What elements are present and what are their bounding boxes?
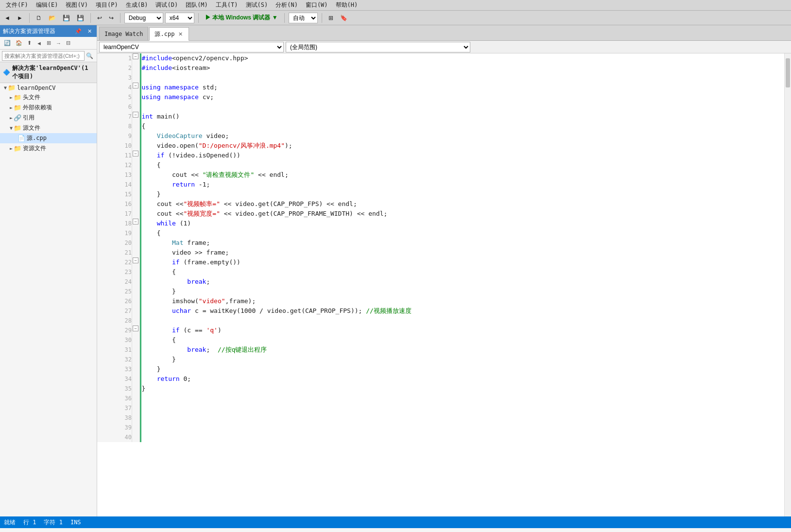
toolbar-extra-btn[interactable]: ⊞ [326, 13, 336, 23]
table-row: 20 Mat frame; [97, 238, 784, 248]
tree-arrow-resources[interactable]: ► [10, 146, 13, 151]
code-cell: while (1) [141, 219, 784, 228]
toolbar-back-btn[interactable]: ◄ [2, 13, 13, 23]
menu-test[interactable]: 测试(S) [242, 0, 272, 10]
table-row: 12 { [97, 160, 784, 170]
menu-build[interactable]: 生成(B) [122, 0, 152, 10]
toolbar-sep2 [90, 13, 91, 23]
table-row: 10 video.open("D:/opencv/风筝冲浪.mp4"); [97, 141, 784, 151]
scrollbar-thumb[interactable] [786, 58, 790, 87]
gutter-cell [132, 364, 139, 374]
tab-image-watch[interactable]: Image Watch [99, 27, 148, 40]
toolbar-sep4 [198, 13, 199, 23]
menu-help[interactable]: 帮助(H) [332, 0, 362, 10]
table-row: 15 } [97, 189, 784, 199]
table-row: 4−using namespace std; [97, 83, 784, 92]
code-main[interactable]: 1−#include<opencv2/opencv.hpp>2#include<… [97, 53, 784, 516]
panel-pin-btn[interactable]: 📌 [73, 27, 84, 35]
line-number: 3 [97, 73, 132, 83]
code-cell [141, 403, 784, 413]
tree-item-refs[interactable]: ► 🔗 引用 [0, 113, 97, 123]
tab-source-cpp-close[interactable]: ✕ [177, 32, 184, 37]
search-input[interactable] [2, 51, 85, 61]
tree-item-learnopencv[interactable]: ▼ 📁 learnOpenCV [0, 83, 97, 92]
tree-label-source-cpp: 源.cpp [27, 134, 47, 142]
gutter-cell [132, 102, 139, 112]
code-cell: { [141, 335, 784, 345]
menu-debug[interactable]: 调试(D) [152, 0, 182, 10]
gutter-cell [132, 306, 139, 316]
toolbar-saveall-btn[interactable]: 💾 [74, 13, 86, 23]
search-btn[interactable]: 🔍 [85, 52, 95, 59]
solution-icon: 🔷 [3, 69, 10, 76]
menu-team[interactable]: 团队(M) [182, 0, 212, 10]
collapse-icon[interactable]: − [133, 219, 138, 224]
collapse-icon[interactable]: − [133, 83, 138, 88]
toolbar-open-btn[interactable]: 📂 [46, 13, 58, 23]
platform-select[interactable]: x64 [165, 13, 194, 23]
toolbar-save-btn[interactable]: 💾 [60, 13, 72, 23]
panel-up-btn[interactable]: ⬆ [25, 39, 34, 47]
panel-nav-btn[interactable]: → [54, 39, 63, 47]
tree-item-source-cpp[interactable]: 📄 源.cpp [0, 133, 97, 143]
tree-arrow-learnopencv[interactable]: ▼ [4, 85, 7, 90]
panel-filter-btn[interactable]: ⊞ [45, 39, 53, 47]
tab-source-cpp[interactable]: 源.cpp ✕ [149, 27, 189, 41]
tree-arrow-external[interactable]: ► [10, 105, 13, 110]
panel-collapse-btn[interactable]: ⊟ [64, 39, 72, 47]
panel-home-btn[interactable]: 🏠 [14, 39, 24, 47]
line-number: 2 [97, 63, 132, 73]
table-row: 36 [97, 394, 784, 403]
panel-back-btn[interactable]: ◄ [34, 39, 44, 47]
line-number: 21 [97, 248, 132, 257]
toolbar-bookmark-btn[interactable]: 🔖 [338, 13, 350, 23]
run-btn[interactable]: ▶ 本地 Windows 调试器 ▼ [203, 12, 280, 23]
menu-analyze[interactable]: 分析(N) [272, 0, 302, 10]
line-number: 39 [97, 423, 132, 432]
status-ln: 行 1 [23, 518, 36, 527]
menu-file[interactable]: 文件(F) [2, 0, 32, 10]
panel-close-btn[interactable]: ✕ [86, 27, 94, 35]
tree-item-external[interactable]: ► 📁 外部依赖项 [0, 103, 97, 113]
toolbar-redo-btn[interactable]: ↪ [106, 13, 116, 23]
code-cell: Mat frame; [141, 238, 784, 248]
tree-item-resources[interactable]: ► 📁 资源文件 [0, 143, 97, 154]
collapse-icon[interactable]: − [133, 257, 138, 263]
scope-select[interactable]: learnOpenCV [99, 42, 284, 52]
table-row: 28 [97, 316, 784, 326]
tree-item-headers[interactable]: ► 📁 头文件 [0, 92, 97, 103]
toolbar-fwd-btn[interactable]: ► [15, 13, 25, 23]
code-cell: } [141, 287, 784, 296]
code-cell: imshow("video",frame); [141, 296, 784, 306]
toolbar: ◄ ► 🗋 📂 💾 💾 ↩ ↪ Debug x64 ▶ 本地 Windows 调… [0, 11, 791, 25]
table-row: 30 { [97, 335, 784, 345]
auto-select[interactable]: 自动 [289, 13, 318, 23]
menu-window[interactable]: 窗口(W) [302, 0, 332, 10]
collapse-icon[interactable]: − [133, 326, 138, 331]
scrollbar-vertical[interactable] [784, 53, 791, 516]
tab-bar: Image Watch 源.cpp ✕ [97, 25, 791, 41]
panel-refresh-btn[interactable]: 🔄 [2, 39, 13, 47]
debug-config-select[interactable]: Debug [124, 13, 163, 23]
gutter-cell [132, 141, 139, 151]
collapse-icon[interactable]: − [133, 151, 138, 156]
collapse-icon[interactable]: − [133, 112, 138, 118]
code-nav-bar: learnOpenCV (全局范围) [97, 41, 791, 53]
menu-project[interactable]: 项目(P) [92, 0, 122, 10]
code-cell: break; [141, 277, 784, 287]
tree-arrow-refs[interactable]: ► [10, 115, 13, 120]
toolbar-new-btn[interactable]: 🗋 [34, 13, 44, 23]
menu-edit[interactable]: 编辑(E) [32, 0, 62, 10]
toolbar-undo-btn[interactable]: ↩ [95, 13, 104, 23]
table-row: 21 video >> frame; [97, 248, 784, 257]
tree-arrow-headers[interactable]: ► [10, 95, 13, 100]
line-number: 7 [97, 112, 132, 121]
tree-item-sources[interactable]: ▼ 📁 源文件 [0, 123, 97, 133]
location-select[interactable]: (全局范围) [286, 42, 470, 52]
menu-view[interactable]: 视图(V) [62, 0, 92, 10]
collapse-icon[interactable]: − [133, 53, 138, 59]
line-number: 35 [97, 384, 132, 394]
tree-arrow-sources[interactable]: ▼ [10, 125, 13, 131]
code-cell: { [141, 121, 784, 131]
menu-tools[interactable]: 工具(T) [212, 0, 242, 10]
